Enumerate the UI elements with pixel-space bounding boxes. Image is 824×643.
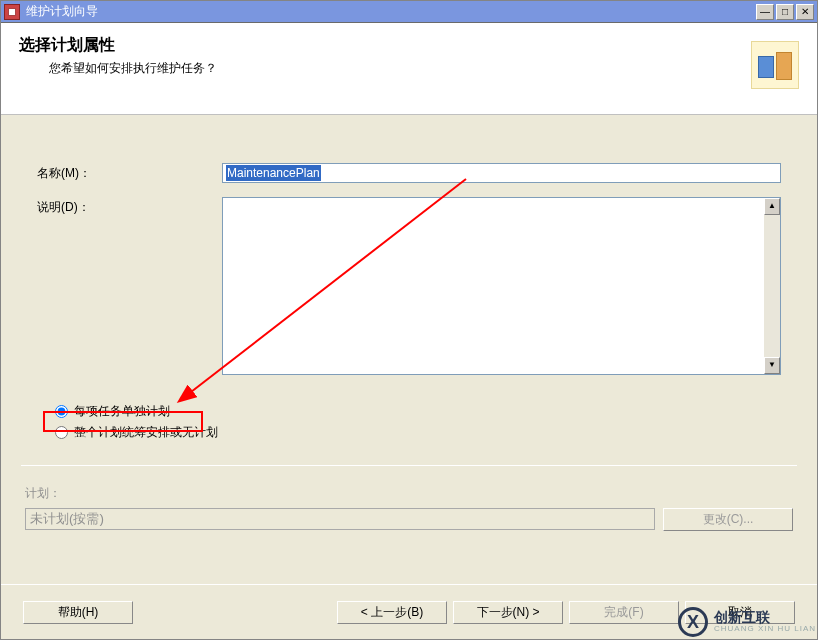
change-schedule-button: 更改(C)... (663, 508, 793, 531)
radio-separate-label: 每项任务单独计划 (74, 403, 170, 420)
maximize-button[interactable]: □ (776, 4, 794, 20)
schedule-section: 计划： 更改(C)... (25, 485, 793, 531)
titlebar[interactable]: 维护计划向导 — □ ✕ (1, 1, 817, 23)
watermark: X 创新互联 CHUANG XIN HU LIAN (678, 607, 816, 637)
watermark-cn: 创新互联 (714, 610, 816, 625)
desc-scrollbar[interactable]: ▲ ▼ (764, 197, 781, 375)
desc-textarea-wrap: ▲ ▼ (222, 197, 781, 375)
finish-button: 完成(F) (569, 601, 679, 624)
name-value: MaintenancePlan (226, 165, 321, 181)
window-title: 维护计划向导 (26, 3, 756, 20)
scroll-up-icon[interactable]: ▲ (764, 198, 780, 215)
app-icon (4, 4, 20, 20)
radio-option-single[interactable]: 整个计划统筹安排或无计划 (55, 422, 781, 443)
close-button[interactable]: ✕ (796, 4, 814, 20)
radio-separate-input[interactable] (55, 405, 68, 418)
header-text: 选择计划属性 您希望如何安排执行维护任务？ (19, 35, 217, 77)
page-subtitle: 您希望如何安排执行维护任务？ (49, 60, 217, 77)
desc-textarea[interactable] (222, 197, 764, 375)
next-button[interactable]: 下一步(N) > (453, 601, 563, 624)
radio-single-label: 整个计划统筹安排或无计划 (74, 424, 218, 441)
page-title: 选择计划属性 (19, 35, 217, 56)
help-button[interactable]: 帮助(H) (23, 601, 133, 624)
minimize-button[interactable]: — (756, 4, 774, 20)
desc-label: 说明(D)： (37, 197, 222, 216)
schedule-radio-group: 每项任务单独计划 整个计划统筹安排或无计划 (55, 401, 781, 443)
scroll-down-icon[interactable]: ▼ (764, 357, 780, 374)
desc-row: 说明(D)： ▲ ▼ (37, 197, 781, 375)
radio-single-input[interactable] (55, 426, 68, 439)
name-input[interactable]: MaintenancePlan (222, 163, 781, 183)
form-content: 名称(M)： MaintenancePlan 说明(D)： ▲ ▼ 每项任务单独… (1, 115, 817, 463)
name-row: 名称(M)： MaintenancePlan (37, 163, 781, 183)
radio-option-separate[interactable]: 每项任务单独计划 (55, 401, 781, 422)
wizard-icon (751, 41, 799, 89)
watermark-en: CHUANG XIN HU LIAN (714, 625, 816, 634)
name-label: 名称(M)： (37, 163, 222, 182)
schedule-input (25, 508, 655, 530)
scroll-track[interactable] (764, 215, 780, 357)
schedule-row: 更改(C)... (25, 508, 793, 531)
wizard-header: 选择计划属性 您希望如何安排执行维护任务？ (1, 23, 817, 115)
schedule-label: 计划： (25, 485, 793, 502)
section-divider (21, 465, 797, 466)
wizard-window: 维护计划向导 — □ ✕ 选择计划属性 您希望如何安排执行维护任务？ 名称(M)… (0, 0, 818, 640)
watermark-logo-icon: X (678, 607, 708, 637)
window-controls: — □ ✕ (756, 4, 814, 20)
back-button[interactable]: < 上一步(B) (337, 601, 447, 624)
